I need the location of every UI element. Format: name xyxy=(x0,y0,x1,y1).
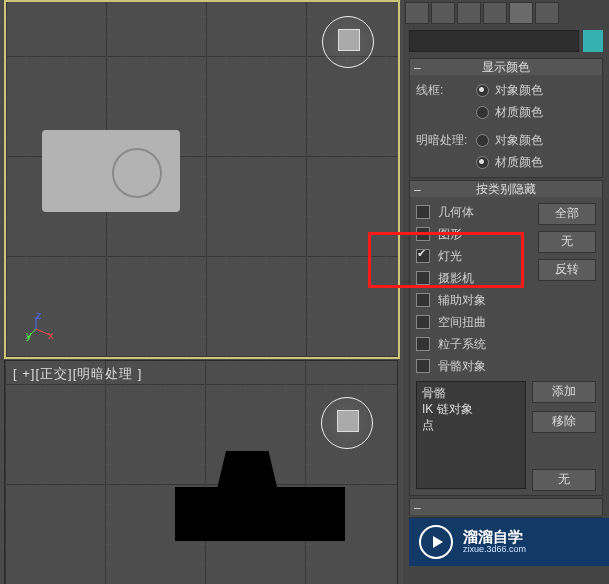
radio-label: 材质颜色 xyxy=(495,154,543,171)
checkbox-label: 空间扭曲 xyxy=(438,314,486,331)
hide-category-list: 几何体图形灯光摄影机辅助对象空间扭曲粒子系统骨骼对象 xyxy=(416,201,532,377)
rollout-title[interactable]: – 显示颜色 xyxy=(410,59,602,75)
radio-label: 对象颜色 xyxy=(495,132,543,149)
list-item[interactable]: 点 xyxy=(422,417,520,433)
rollout-hide: – xyxy=(409,498,603,515)
checkbox[interactable] xyxy=(416,205,430,219)
watermark: 溜溜自学 zixue.3d66.com xyxy=(409,518,609,566)
rollout-title-label: 按类别隐藏 xyxy=(476,182,536,196)
hide-item-4: 辅助对象 xyxy=(416,289,532,311)
viewport-top[interactable]: zyx xyxy=(4,0,400,359)
btn-remove[interactable]: 移除 xyxy=(532,411,596,433)
hide-item-6: 粒子系统 xyxy=(416,333,532,355)
checkbox-label: 图形 xyxy=(438,226,462,243)
command-panel-tabs xyxy=(403,0,609,26)
rollout-title[interactable]: – 按类别隐藏 xyxy=(410,181,602,197)
bone-listbox[interactable]: 骨骼IK 链对象点 xyxy=(416,381,526,489)
rollout-display-color: – 显示颜色 线框: 对象颜色 材质颜色 明暗处理: 对象颜色 xyxy=(409,58,603,178)
command-panel: – 显示颜色 线框: 对象颜色 材质颜色 明暗处理: 对象颜色 xyxy=(403,0,609,584)
tab-utilities[interactable] xyxy=(535,2,559,24)
rollout-title-label: 显示颜色 xyxy=(482,60,530,74)
hide-item-3: 摄影机 xyxy=(416,267,532,289)
checkbox-label: 摄影机 xyxy=(438,270,474,287)
checkbox[interactable] xyxy=(416,227,430,241)
radio-shade-material[interactable] xyxy=(476,156,489,169)
tab-modify[interactable] xyxy=(431,2,455,24)
hide-item-7: 骨骼对象 xyxy=(416,355,532,377)
checkbox[interactable] xyxy=(416,359,430,373)
rollout-title[interactable]: – xyxy=(410,499,602,515)
search-button[interactable] xyxy=(583,30,603,52)
wireframe-label: 线框: xyxy=(416,82,476,99)
viewport-front-label: [ +][正交][明暗处理 ] xyxy=(13,365,143,383)
watermark-url: zixue.3d66.com xyxy=(463,544,526,554)
checkbox-label: 几何体 xyxy=(438,204,474,221)
hide-item-1: 图形 xyxy=(416,223,532,245)
play-icon xyxy=(419,525,453,559)
radio-label: 对象颜色 xyxy=(495,82,543,99)
collapse-icon: – xyxy=(414,500,421,516)
rollout-hide-category: – 按类别隐藏 几何体图形灯光摄影机辅助对象空间扭曲粒子系统骨骼对象 全部 无 … xyxy=(409,180,603,496)
light-icon[interactable] xyxy=(322,16,374,68)
hide-item-2: 灯光 xyxy=(416,245,532,267)
checkbox[interactable] xyxy=(416,293,430,307)
checkbox-label: 骨骼对象 xyxy=(438,358,486,375)
checkbox[interactable] xyxy=(416,315,430,329)
light-icon[interactable] xyxy=(321,397,373,449)
viewport-area: zyx [ +][正交][明暗处理 ] xyxy=(0,0,400,584)
checkbox-label: 辅助对象 xyxy=(438,292,486,309)
collapse-icon: – xyxy=(414,60,421,76)
checkbox-label: 灯光 xyxy=(438,248,462,265)
checkbox[interactable] xyxy=(416,271,430,285)
list-item[interactable]: 骨骼 xyxy=(422,385,520,401)
tab-display[interactable] xyxy=(509,2,533,24)
radio-wire-object[interactable] xyxy=(476,84,489,97)
watermark-text: 溜溜自学 xyxy=(463,530,526,544)
shaded-label: 明暗处理: xyxy=(416,132,476,149)
collapse-icon: – xyxy=(414,182,421,198)
checkbox[interactable] xyxy=(416,337,430,351)
btn-all[interactable]: 全部 xyxy=(538,203,596,225)
scene-object-front[interactable] xyxy=(175,451,345,541)
btn-none2[interactable]: 无 xyxy=(532,469,596,491)
tab-create[interactable] xyxy=(405,2,429,24)
btn-none[interactable]: 无 xyxy=(538,231,596,253)
radio-wire-material[interactable] xyxy=(476,106,489,119)
btn-add[interactable]: 添加 xyxy=(532,381,596,403)
hide-item-5: 空间扭曲 xyxy=(416,311,532,333)
btn-invert[interactable]: 反转 xyxy=(538,259,596,281)
axis-gizmo: zyx xyxy=(26,309,56,339)
tab-hierarchy[interactable] xyxy=(457,2,481,24)
tab-motion[interactable] xyxy=(483,2,507,24)
scene-object-top[interactable] xyxy=(42,130,180,212)
checkbox-label: 粒子系统 xyxy=(438,336,486,353)
list-item[interactable]: IK 链对象 xyxy=(422,401,520,417)
radio-label: 材质颜色 xyxy=(495,104,543,121)
checkbox[interactable] xyxy=(416,249,430,263)
search-input[interactable] xyxy=(409,30,579,52)
viewport-front[interactable]: [ +][正交][明暗处理 ] xyxy=(4,360,398,584)
radio-shade-object[interactable] xyxy=(476,134,489,147)
hide-item-0: 几何体 xyxy=(416,201,532,223)
